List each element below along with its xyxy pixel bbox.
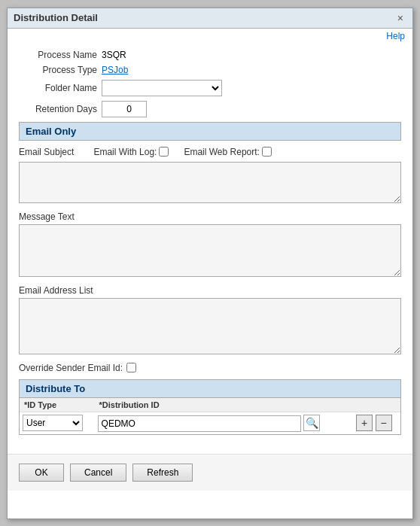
distribute-table-header-row: *ID Type *Distribution ID	[20, 398, 400, 412]
override-sender-row: Override Sender Email Id:	[19, 363, 401, 373]
remove-row-button[interactable]: −	[376, 415, 392, 431]
email-web-report-checkbox[interactable]	[262, 147, 272, 157]
ok-button[interactable]: OK	[19, 464, 64, 482]
email-address-label: Email Address List	[19, 285, 401, 296]
folder-name-label: Folder Name	[19, 83, 102, 93]
dist-id-cell: 🔍	[95, 412, 354, 434]
email-address-textarea[interactable]	[19, 298, 401, 354]
id-type-col-header: *ID Type	[20, 398, 95, 412]
distribute-to-section: Distribute To *ID Type *Distribution ID …	[19, 379, 401, 435]
refresh-button[interactable]: Refresh	[132, 464, 193, 482]
folder-name-select[interactable]	[102, 80, 222, 96]
email-with-log-checkbox[interactable]	[159, 147, 169, 157]
help-link[interactable]: Help	[386, 31, 405, 41]
process-name-value: 3SQR	[102, 50, 126, 60]
folder-name-row: Folder Name	[19, 80, 401, 96]
id-type-select[interactable]: User Role Email	[23, 415, 83, 431]
dialog-title: Distribution Detail	[14, 12, 98, 23]
distribute-to-header: Distribute To	[20, 380, 400, 398]
dist-id-col-header: *Distribution ID	[95, 398, 354, 412]
action-buttons-cell: + −	[353, 412, 400, 434]
dist-id-input[interactable]	[98, 415, 301, 432]
dialog-footer: OK Cancel Refresh	[8, 454, 412, 491]
override-sender-checkbox[interactable]	[126, 363, 136, 372]
retention-days-label: Retention Days	[19, 104, 102, 114]
email-section-header: Email Only	[19, 122, 401, 141]
process-name-label: Process Name	[19, 50, 102, 60]
email-subject-label: Email Subject	[19, 147, 78, 157]
id-type-cell: User Role Email	[20, 412, 95, 434]
table-row: User Role Email 🔍 + −	[20, 412, 400, 434]
distribution-detail-dialog: Distribution Detail × Help Process Name …	[7, 8, 413, 519]
message-text-textarea[interactable]	[19, 224, 401, 277]
email-with-log-label: Email With Log:	[93, 147, 169, 157]
email-subject-section	[19, 162, 401, 205]
dialog-titlebar: Distribution Detail ×	[8, 8, 412, 29]
close-button[interactable]: ×	[394, 12, 406, 24]
add-row-button[interactable]: +	[356, 415, 373, 431]
search-button[interactable]: 🔍	[303, 415, 320, 431]
process-type-row: Process Type PSJob	[19, 65, 401, 75]
process-type-value[interactable]: PSJob	[102, 65, 128, 75]
distribute-table: *ID Type *Distribution ID User Role Emai…	[20, 398, 400, 434]
cancel-button[interactable]: Cancel	[70, 464, 126, 482]
email-subject-textarea[interactable]	[19, 162, 401, 203]
process-type-label: Process Type	[19, 65, 102, 75]
email-address-section: Email Address List	[19, 285, 401, 357]
retention-days-row: Retention Days	[19, 101, 401, 117]
email-web-report-label: Email Web Report:	[184, 147, 271, 157]
process-name-row: Process Name 3SQR	[19, 50, 401, 60]
message-text-section: Message Text	[19, 211, 401, 279]
dialog-content: Process Name 3SQR Process Type PSJob Fol…	[8, 29, 412, 446]
retention-days-input[interactable]	[102, 101, 147, 117]
message-text-label: Message Text	[19, 211, 401, 222]
email-subject-row: Email Subject Email With Log: Email Web …	[19, 147, 401, 157]
override-sender-label: Override Sender Email Id:	[19, 363, 123, 373]
actions-col-header	[353, 398, 400, 412]
